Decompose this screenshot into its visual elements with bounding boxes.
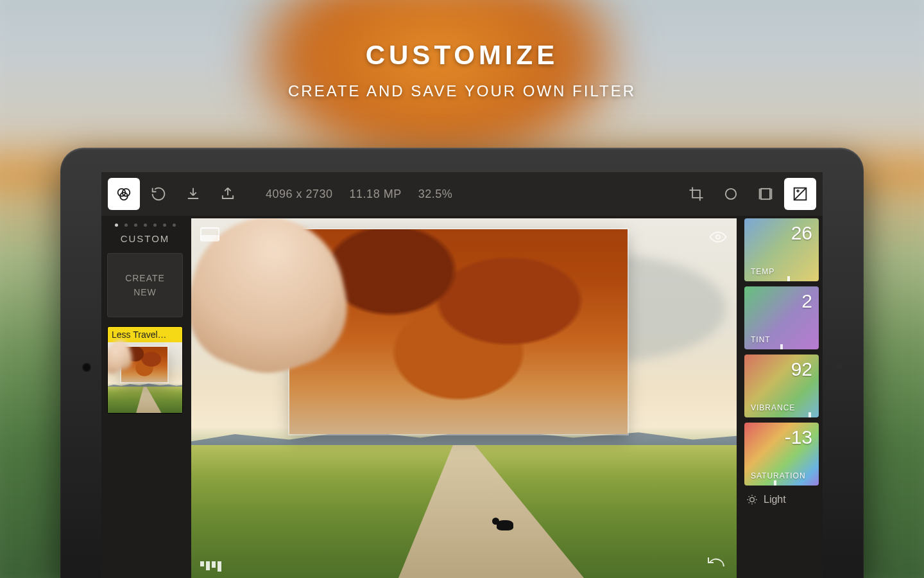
svg-point-6 xyxy=(716,235,720,239)
saturation-slider[interactable]: -13 SATURATION xyxy=(744,423,819,486)
promo-text: CUSTOMIZE CREATE AND SAVE YOUR OWN FILTE… xyxy=(0,40,924,100)
frame-button[interactable] xyxy=(749,178,782,210)
vignette-button[interactable] xyxy=(715,178,747,210)
create-new-label: CREATE NEW xyxy=(125,271,165,300)
vibrance-label: VIBRANCE xyxy=(751,403,812,412)
import-button[interactable] xyxy=(177,178,209,210)
undo-icon xyxy=(705,554,728,570)
adjust-button[interactable] xyxy=(784,178,816,210)
tint-slider[interactable]: 2 TINT xyxy=(744,286,819,349)
vibrance-value: 92 xyxy=(751,360,812,379)
temp-slider[interactable]: 26 TEMP xyxy=(744,218,819,281)
vibrance-tick xyxy=(809,412,811,417)
info-dimensions: 4096 x 2730 xyxy=(266,188,333,201)
light-group-header[interactable]: Light xyxy=(744,491,819,509)
app-screen: 4096 x 2730 11.18 MP 32.5% xyxy=(101,172,823,578)
temp-value: 26 xyxy=(751,223,812,243)
light-label: Light xyxy=(764,494,786,505)
history-icon xyxy=(150,185,167,203)
temp-tick xyxy=(787,276,790,281)
top-toolbar: 4096 x 2730 11.18 MP 32.5% xyxy=(101,172,823,216)
history-button[interactable] xyxy=(142,178,175,210)
undo-button[interactable] xyxy=(705,554,728,573)
eye-icon xyxy=(708,227,728,247)
tablet-button xyxy=(835,363,842,369)
left-sidebar: CUSTOM CREATE NEW Less Travel… xyxy=(101,216,189,578)
histogram-icon[interactable] xyxy=(200,227,219,241)
export-button[interactable] xyxy=(212,178,244,210)
svg-point-3 xyxy=(726,189,736,199)
svg-rect-4 xyxy=(761,189,770,199)
info-zoom: 32.5% xyxy=(418,188,453,201)
vibrance-slider[interactable]: 92 VIBRANCE xyxy=(744,355,819,417)
create-new-button[interactable]: CREATE NEW xyxy=(107,253,183,317)
frame-icon xyxy=(757,185,774,203)
compare-icon[interactable] xyxy=(200,561,221,572)
share-icon xyxy=(219,185,237,203)
preset-tile[interactable]: Less Travel… xyxy=(107,326,183,414)
circle-icon xyxy=(722,185,740,203)
overlap-circles-icon xyxy=(115,185,133,203)
svg-point-7 xyxy=(750,498,755,502)
workspace: CUSTOM CREATE NEW Less Travel… xyxy=(101,216,823,578)
tint-value: 2 xyxy=(751,292,812,311)
canvas-area[interactable] xyxy=(189,216,740,578)
sun-icon xyxy=(746,493,758,506)
preview-toggle[interactable] xyxy=(708,227,728,249)
crop-icon xyxy=(687,185,705,203)
crop-button[interactable] xyxy=(680,178,712,210)
tablet-frame: 4096 x 2730 11.18 MP 32.5% xyxy=(60,148,864,578)
tint-label: TINT xyxy=(751,335,812,344)
exposure-icon xyxy=(791,185,809,203)
canvas xyxy=(191,218,737,578)
saturation-tick xyxy=(774,480,776,486)
promo-subtitle: CREATE AND SAVE YOUR OWN FILTER xyxy=(0,82,924,100)
download-icon xyxy=(184,185,202,203)
saturation-value: -13 xyxy=(751,428,812,447)
promo-title: CUSTOMIZE xyxy=(0,40,924,71)
saturation-label: SATURATION xyxy=(751,471,812,480)
temp-label: TEMP xyxy=(751,267,812,276)
preset-thumb xyxy=(108,342,182,413)
tint-tick xyxy=(780,344,783,349)
tablet-camera xyxy=(82,363,91,372)
filters-button[interactable] xyxy=(108,178,140,210)
adjust-panel: 26 TEMP 2 TINT 92 VIBRANCE -13 SATURATIO… xyxy=(740,216,823,578)
image-info: 4096 x 2730 11.18 MP 32.5% xyxy=(266,188,452,201)
sidebar-section-label: CUSTOM xyxy=(121,233,170,244)
page-dots[interactable] xyxy=(115,223,176,227)
info-megapixels: 11.18 MP xyxy=(350,188,402,201)
